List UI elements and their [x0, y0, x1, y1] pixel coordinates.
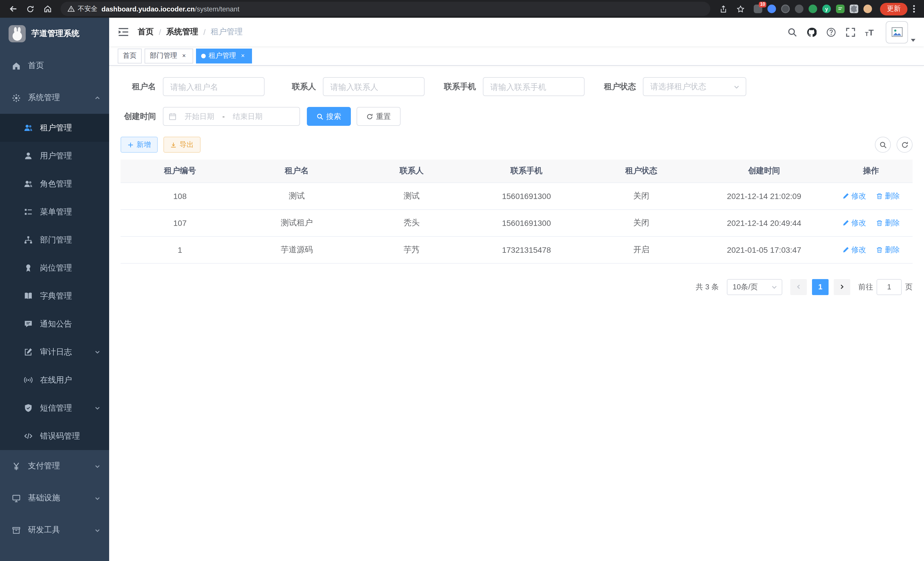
sidebar-item-menu[interactable]: 菜单管理 — [0, 198, 109, 226]
sidebar-item-audit-log[interactable]: 审计日志 — [0, 338, 109, 366]
tab-tenant[interactable]: 租户管理 × — [196, 48, 252, 63]
star-icon — [736, 5, 745, 13]
status-label: 租户状态 — [601, 81, 636, 92]
sidebar-item-tenant[interactable]: 租户管理 — [0, 114, 109, 142]
refresh-table-button[interactable] — [897, 137, 913, 153]
toggle-search-button[interactable] — [875, 137, 891, 153]
breadcrumb-system[interactable]: 系统管理 — [166, 27, 198, 37]
profile-avatar-icon[interactable] — [863, 5, 872, 13]
date-start-input[interactable] — [179, 112, 220, 121]
extension-dark-icon[interactable] — [795, 5, 803, 13]
add-button[interactable]: 新增 — [121, 137, 158, 153]
browser-update-button[interactable]: 更新 — [880, 3, 908, 15]
share-icon — [719, 5, 728, 13]
tab-dept[interactable]: 部门管理 × — [145, 48, 193, 63]
breadcrumb-home[interactable]: 首页 — [138, 27, 154, 37]
active-tab-dot — [201, 53, 206, 58]
extension-with-badge-icon[interactable]: 10 — [754, 5, 762, 13]
tab-home[interactable]: 首页 — [118, 48, 142, 63]
toolbox-icon — [12, 526, 21, 534]
sidebar-item-dept[interactable]: 部门管理 — [0, 226, 109, 254]
browser-refresh-button[interactable] — [23, 2, 38, 16]
reset-button[interactable]: 重置 — [357, 107, 400, 126]
security-chip[interactable]: 不安全 — [68, 5, 98, 13]
browser-menu-button[interactable] — [910, 5, 918, 13]
back-icon — [9, 5, 17, 13]
export-button[interactable]: 导出 — [164, 137, 201, 153]
font-size-button[interactable]: TT — [865, 27, 874, 37]
tenant-page: 租户名 联系人 联系手机 租户状态 请选择租户状态 — [109, 66, 924, 561]
chevron-up-icon — [94, 95, 100, 101]
delete-button[interactable]: 删除 — [876, 244, 900, 255]
sidebar-item-post[interactable]: 岗位管理 — [0, 254, 109, 282]
create-time-range-picker[interactable]: - — [163, 107, 300, 126]
close-icon[interactable]: × — [239, 52, 247, 60]
close-icon[interactable]: × — [180, 52, 188, 60]
sidebar-item-system[interactable]: 系统管理 — [0, 82, 109, 114]
system-submenu: 租户管理 用户管理 角色管理 菜单管理 部门管理 岗位管理 — [0, 114, 109, 450]
sidebar-item-online-user[interactable]: 在线用户 — [0, 366, 109, 394]
col-status: 租户状态 — [584, 159, 699, 182]
extension-yudao-icon[interactable]: y — [822, 5, 831, 13]
sidebar-item-home[interactable]: 首页 — [0, 50, 109, 82]
sidebar-item-sms[interactable]: 短信管理 — [0, 394, 109, 422]
next-page-button[interactable] — [834, 279, 850, 295]
avatar[interactable] — [886, 21, 908, 43]
fullscreen-button[interactable] — [845, 27, 855, 37]
share-button[interactable] — [716, 2, 731, 16]
address-bar[interactable]: 不安全 dashboard.yudao.iocoder.cn/system/te… — [61, 2, 710, 16]
sidebar-item-user[interactable]: 用户管理 — [0, 142, 109, 170]
chevron-down-icon — [733, 83, 740, 90]
date-end-input[interactable] — [227, 112, 268, 121]
delete-button[interactable]: 删除 — [876, 191, 900, 201]
browser-home-button[interactable] — [40, 2, 55, 16]
prev-page-button[interactable] — [790, 279, 807, 295]
contact-input[interactable] — [323, 77, 424, 96]
pencil-icon — [842, 193, 849, 199]
sidebar-item-payment[interactable]: 支付管理 — [0, 450, 109, 482]
status-select[interactable]: 请选择租户状态 — [643, 77, 746, 96]
user-avatar-menu[interactable] — [886, 21, 915, 43]
help-doc-button[interactable] — [826, 27, 836, 37]
sidebar-item-devtool[interactable]: 研发工具 — [0, 514, 109, 546]
sidebar-item-infra[interactable]: 基础设施 — [0, 482, 109, 514]
edit-button[interactable]: 修改 — [842, 218, 866, 228]
sidebar-toggle-button[interactable] — [118, 26, 129, 38]
page-number-button[interactable]: 1 — [812, 279, 829, 295]
extension-blue-icon[interactable] — [767, 5, 776, 13]
edit-button[interactable]: 修改 — [842, 244, 866, 255]
book-icon — [24, 292, 33, 300]
browser-back-button[interactable] — [6, 2, 21, 16]
chevron-down-icon — [94, 527, 100, 533]
search-icon — [879, 141, 886, 148]
extension-chat-icon[interactable] — [836, 5, 844, 13]
extension-globe-icon[interactable] — [781, 5, 790, 13]
edit-button[interactable]: 修改 — [842, 191, 866, 201]
sidebar-item-notice[interactable]: 通知公告 — [0, 310, 109, 338]
caret-down-icon[interactable] — [911, 39, 915, 41]
search-button[interactable]: 搜索 — [307, 107, 351, 126]
breadcrumb: 首页 / 系统管理 / 租户管理 — [138, 27, 243, 37]
sidebar-item-dict[interactable]: 字典管理 — [0, 282, 109, 310]
github-link[interactable] — [807, 27, 816, 37]
extension-green-icon[interactable] — [808, 5, 817, 13]
url-text[interactable]: dashboard.yudao.iocoder.cn/system/tenant — [101, 5, 239, 13]
phone-input[interactable] — [483, 77, 585, 96]
tenant-name-input[interactable] — [163, 77, 265, 96]
plus-icon — [128, 141, 134, 148]
header-search-button[interactable] — [787, 27, 797, 37]
breadcrumb-current: 租户管理 — [211, 27, 243, 37]
bookmark-button[interactable] — [733, 2, 748, 16]
extensions-puzzle-icon[interactable] — [850, 5, 858, 13]
pencil-icon — [842, 219, 849, 226]
page-size-select[interactable]: 10条/页 — [727, 279, 782, 295]
sidebar-item-error-code[interactable]: 错误码管理 — [0, 422, 109, 450]
table-row: 108 测试 测试 15601691300 关闭 2021-12-14 21:0… — [121, 182, 913, 209]
phone-label: 联系手机 — [441, 81, 476, 92]
delete-button[interactable]: 删除 — [876, 218, 900, 228]
sidebar-item-role[interactable]: 角色管理 — [0, 170, 109, 198]
logo[interactable]: 芋道管理系统 — [0, 18, 109, 50]
refresh-icon — [366, 113, 373, 120]
goto-page-input[interactable] — [877, 279, 902, 295]
tenant-name-label: 租户名 — [121, 81, 156, 92]
